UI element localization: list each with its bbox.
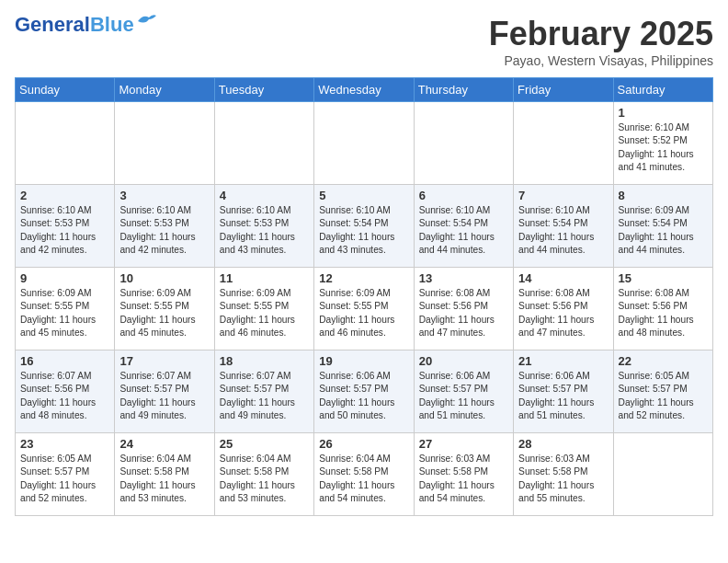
- day-number: 20: [419, 354, 508, 368]
- calendar-cell: [414, 102, 513, 185]
- day-number: 14: [518, 271, 608, 285]
- weekday-header-monday: Monday: [115, 78, 214, 102]
- day-info: Sunrise: 6:08 AM Sunset: 5:56 PM Dayligh…: [619, 287, 708, 339]
- calendar-cell: 27Sunrise: 6:03 AM Sunset: 5:58 PM Dayli…: [414, 433, 513, 516]
- calendar-cell: 28Sunrise: 6:03 AM Sunset: 5:58 PM Dayli…: [514, 433, 613, 516]
- calendar-cell: 4Sunrise: 6:10 AM Sunset: 5:53 PM Daylig…: [214, 185, 313, 268]
- calendar-cell: 10Sunrise: 6:09 AM Sunset: 5:55 PM Dayli…: [115, 268, 214, 350]
- day-number: 4: [220, 189, 309, 202]
- weekday-header-friday: Friday: [514, 78, 613, 102]
- day-number: 19: [319, 354, 408, 368]
- location-subtitle: Payao, Western Visayas, Philippines: [489, 53, 713, 68]
- day-info: Sunrise: 6:07 AM Sunset: 5:56 PM Dayligh…: [20, 370, 109, 422]
- weekday-header-tuesday: Tuesday: [214, 78, 313, 102]
- day-info: Sunrise: 6:09 AM Sunset: 5:55 PM Dayligh…: [20, 287, 109, 339]
- day-info: Sunrise: 6:09 AM Sunset: 5:55 PM Dayligh…: [220, 287, 309, 339]
- day-number: 3: [119, 189, 209, 202]
- calendar-cell: [613, 433, 712, 516]
- weekday-header-wednesday: Wednesday: [314, 78, 414, 102]
- calendar-cell: 7Sunrise: 6:10 AM Sunset: 5:54 PM Daylig…: [514, 185, 613, 268]
- calendar-cell: [514, 102, 613, 185]
- calendar-cell: 12Sunrise: 6:09 AM Sunset: 5:55 PM Dayli…: [314, 268, 414, 350]
- calendar-cell: 15Sunrise: 6:08 AM Sunset: 5:56 PM Dayli…: [613, 268, 712, 350]
- calendar-week-row: 1Sunrise: 6:10 AM Sunset: 5:52 PM Daylig…: [16, 102, 713, 185]
- calendar-cell: [115, 102, 214, 185]
- calendar-cell: 19Sunrise: 6:06 AM Sunset: 5:57 PM Dayli…: [314, 350, 414, 433]
- logo-general: General: [15, 13, 90, 36]
- calendar-cell: 8Sunrise: 6:09 AM Sunset: 5:54 PM Daylig…: [613, 185, 712, 268]
- calendar-header-row: SundayMondayTuesdayWednesdayThursdayFrid…: [16, 78, 713, 102]
- day-info: Sunrise: 6:10 AM Sunset: 5:52 PM Dayligh…: [619, 121, 708, 174]
- calendar-cell: 26Sunrise: 6:04 AM Sunset: 5:58 PM Dayli…: [314, 433, 414, 516]
- calendar-week-row: 16Sunrise: 6:07 AM Sunset: 5:56 PM Dayli…: [16, 350, 713, 433]
- calendar-cell: 2Sunrise: 6:10 AM Sunset: 5:53 PM Daylig…: [16, 185, 115, 268]
- day-info: Sunrise: 6:10 AM Sunset: 5:53 PM Dayligh…: [220, 204, 309, 257]
- day-number: 5: [319, 189, 408, 202]
- day-number: 11: [220, 271, 309, 285]
- day-info: Sunrise: 6:06 AM Sunset: 5:57 PM Dayligh…: [518, 370, 608, 422]
- day-info: Sunrise: 6:04 AM Sunset: 5:58 PM Dayligh…: [319, 453, 408, 505]
- day-info: Sunrise: 6:09 AM Sunset: 5:55 PM Dayligh…: [319, 287, 408, 339]
- day-number: 24: [119, 437, 209, 451]
- day-number: 2: [20, 189, 109, 202]
- day-number: 27: [419, 437, 508, 451]
- day-number: 9: [20, 271, 109, 285]
- day-number: 13: [419, 271, 508, 285]
- logo-blue: Blue: [90, 13, 134, 36]
- weekday-header-thursday: Thursday: [414, 78, 513, 102]
- day-number: 1: [619, 106, 708, 120]
- weekday-header-sunday: Sunday: [16, 78, 115, 102]
- calendar-cell: 9Sunrise: 6:09 AM Sunset: 5:55 PM Daylig…: [16, 268, 115, 350]
- day-number: 16: [20, 354, 109, 368]
- day-info: Sunrise: 6:10 AM Sunset: 5:54 PM Dayligh…: [518, 204, 608, 257]
- day-number: 12: [319, 271, 408, 285]
- day-info: Sunrise: 6:03 AM Sunset: 5:58 PM Dayligh…: [419, 453, 508, 505]
- page-header: GeneralBlue February 2025 Payao, Western…: [15, 15, 713, 68]
- logo-bird-icon: [136, 12, 156, 29]
- calendar-cell: 24Sunrise: 6:04 AM Sunset: 5:58 PM Dayli…: [115, 433, 214, 516]
- weekday-header-saturday: Saturday: [613, 78, 712, 102]
- day-info: Sunrise: 6:10 AM Sunset: 5:53 PM Dayligh…: [119, 204, 209, 257]
- title-block: February 2025 Payao, Western Visayas, Ph…: [489, 15, 713, 68]
- day-number: 26: [319, 437, 408, 451]
- calendar-cell: 25Sunrise: 6:04 AM Sunset: 5:58 PM Dayli…: [214, 433, 313, 516]
- calendar-week-row: 23Sunrise: 6:05 AM Sunset: 5:57 PM Dayli…: [16, 433, 713, 516]
- day-number: 28: [518, 437, 608, 451]
- day-number: 6: [419, 189, 508, 202]
- day-number: 18: [220, 354, 309, 368]
- calendar-cell: 13Sunrise: 6:08 AM Sunset: 5:56 PM Dayli…: [414, 268, 513, 350]
- day-info: Sunrise: 6:08 AM Sunset: 5:56 PM Dayligh…: [419, 287, 508, 339]
- day-info: Sunrise: 6:10 AM Sunset: 5:54 PM Dayligh…: [319, 204, 408, 257]
- day-number: 15: [619, 271, 708, 285]
- calendar-table: SundayMondayTuesdayWednesdayThursdayFrid…: [15, 77, 713, 516]
- day-info: Sunrise: 6:03 AM Sunset: 5:58 PM Dayligh…: [518, 453, 608, 505]
- calendar-cell: 16Sunrise: 6:07 AM Sunset: 5:56 PM Dayli…: [16, 350, 115, 433]
- calendar-cell: 14Sunrise: 6:08 AM Sunset: 5:56 PM Dayli…: [514, 268, 613, 350]
- day-info: Sunrise: 6:04 AM Sunset: 5:58 PM Dayligh…: [220, 453, 309, 505]
- day-number: 23: [20, 437, 109, 451]
- day-number: 22: [619, 354, 708, 368]
- calendar-week-row: 2Sunrise: 6:10 AM Sunset: 5:53 PM Daylig…: [16, 185, 713, 268]
- day-info: Sunrise: 6:04 AM Sunset: 5:58 PM Dayligh…: [119, 453, 209, 505]
- calendar-cell: 1Sunrise: 6:10 AM Sunset: 5:52 PM Daylig…: [613, 102, 712, 185]
- calendar-cell: 5Sunrise: 6:10 AM Sunset: 5:54 PM Daylig…: [314, 185, 414, 268]
- day-number: 25: [220, 437, 309, 451]
- day-number: 8: [619, 189, 708, 202]
- day-info: Sunrise: 6:10 AM Sunset: 5:54 PM Dayligh…: [419, 204, 508, 257]
- day-number: 7: [518, 189, 608, 202]
- day-info: Sunrise: 6:05 AM Sunset: 5:57 PM Dayligh…: [20, 453, 109, 505]
- calendar-cell: [314, 102, 414, 185]
- day-info: Sunrise: 6:07 AM Sunset: 5:57 PM Dayligh…: [220, 370, 309, 422]
- day-info: Sunrise: 6:10 AM Sunset: 5:53 PM Dayligh…: [20, 204, 109, 257]
- day-info: Sunrise: 6:09 AM Sunset: 5:54 PM Dayligh…: [619, 204, 708, 257]
- day-info: Sunrise: 6:06 AM Sunset: 5:57 PM Dayligh…: [319, 370, 408, 422]
- day-info: Sunrise: 6:06 AM Sunset: 5:57 PM Dayligh…: [419, 370, 508, 422]
- day-info: Sunrise: 6:08 AM Sunset: 5:56 PM Dayligh…: [518, 287, 608, 339]
- calendar-cell: 22Sunrise: 6:05 AM Sunset: 5:57 PM Dayli…: [613, 350, 712, 433]
- day-number: 10: [119, 271, 209, 285]
- calendar-week-row: 9Sunrise: 6:09 AM Sunset: 5:55 PM Daylig…: [16, 268, 713, 350]
- day-number: 17: [119, 354, 209, 368]
- calendar-cell: 17Sunrise: 6:07 AM Sunset: 5:57 PM Dayli…: [115, 350, 214, 433]
- day-info: Sunrise: 6:05 AM Sunset: 5:57 PM Dayligh…: [619, 370, 708, 422]
- month-title: February 2025: [489, 15, 713, 53]
